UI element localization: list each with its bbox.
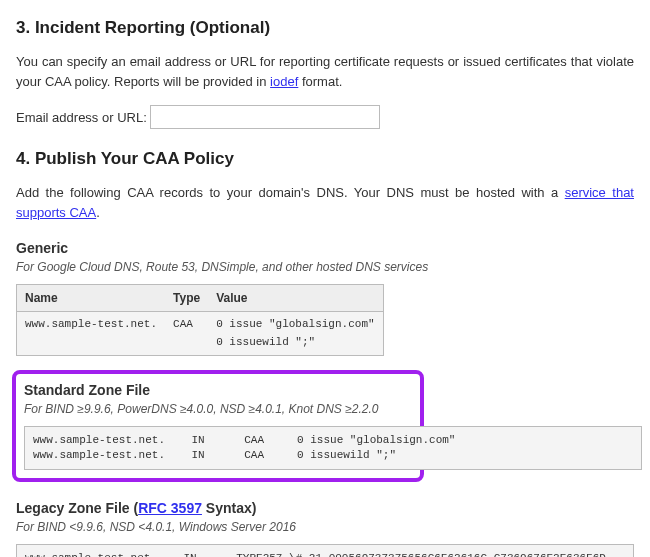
rfc-3597-link[interactable]: RFC 3597	[138, 500, 202, 516]
generic-title: Generic	[16, 240, 634, 256]
iodef-input[interactable]	[150, 105, 380, 129]
generic-cell-value: 0 issue "globalsign.com" 0 issuewild ";"	[208, 312, 383, 356]
section4-heading: 4. Publish Your CAA Policy	[16, 149, 634, 169]
standard-subtitle: For BIND ≥9.9.6, PowerDNS ≥4.0.0, NSD ≥4…	[24, 402, 412, 416]
generic-subtitle: For Google Cloud DNS, Route 53, DNSimple…	[16, 260, 634, 274]
generic-table: Name Type Value www.sample-test.net. CAA…	[16, 284, 384, 356]
standard-title: Standard Zone File	[24, 382, 412, 398]
standard-zone-text: www.sample-test.net. IN CAA 0 issue "glo…	[24, 426, 642, 470]
legacy-title-b: Syntax)	[202, 500, 256, 516]
iodef-field-label: Email address or URL:	[16, 110, 147, 125]
generic-col-name: Name	[17, 285, 166, 312]
section3-heading: 3. Incident Reporting (Optional)	[16, 18, 634, 38]
section4-body: Add the following CAA records to your do…	[16, 183, 634, 222]
generic-value-line2: 0 issuewild ";"	[216, 336, 315, 348]
generic-cell-type: CAA	[165, 312, 208, 356]
generic-value-line1: 0 issue "globalsign.com"	[216, 318, 374, 330]
generic-cell-name: www.sample-test.net.	[17, 312, 166, 356]
section4-body-a: Add the following CAA records to your do…	[16, 185, 565, 200]
section4-body-b: .	[96, 205, 100, 220]
generic-col-type: Type	[165, 285, 208, 312]
section3-body: You can specify an email address or URL …	[16, 52, 634, 91]
generic-header-row: Name Type Value	[17, 285, 384, 312]
generic-col-value: Value	[208, 285, 383, 312]
legacy-zone-text: www.sample-test.net. IN TYPE257 \# 21 00…	[16, 544, 634, 557]
generic-data-row: www.sample-test.net. CAA 0 issue "global…	[17, 312, 384, 356]
section3-body-b: format.	[298, 74, 342, 89]
legacy-subtitle: For BIND <9.9.6, NSD <4.0.1, Windows Ser…	[16, 520, 634, 534]
iodef-field-row: Email address or URL:	[16, 105, 634, 129]
legacy-title: Legacy Zone File (RFC 3597 Syntax)	[16, 500, 634, 516]
iodef-link[interactable]: iodef	[270, 74, 298, 89]
standard-highlight: Standard Zone File For BIND ≥9.9.6, Powe…	[12, 370, 424, 482]
legacy-title-a: Legacy Zone File (	[16, 500, 138, 516]
